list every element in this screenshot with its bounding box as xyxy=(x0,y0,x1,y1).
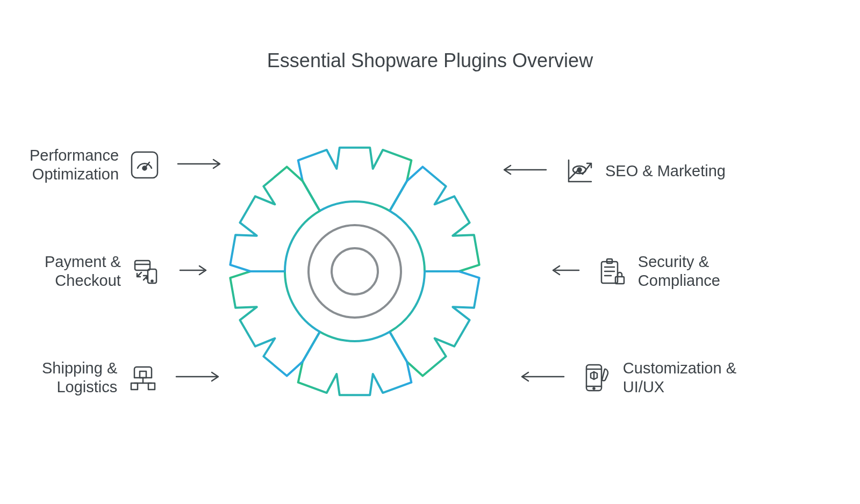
svg-rect-9 xyxy=(140,371,146,378)
item-seo-label: SEO & Marketing xyxy=(605,162,726,181)
arrow-left-icon xyxy=(500,163,548,178)
payment-icon xyxy=(131,255,163,287)
svg-rect-12 xyxy=(131,383,138,390)
svg-rect-0 xyxy=(132,152,157,178)
item-seo-marketing: SEO & Marketing xyxy=(468,155,726,187)
arrow-left-icon xyxy=(550,264,581,279)
seo-icon xyxy=(563,155,596,187)
item-shipping-logistics: Shipping & Logistics xyxy=(42,359,262,397)
item-customization-uiux: Customization & UI/UX xyxy=(468,359,736,397)
compliance-icon xyxy=(596,255,628,287)
gauge-icon xyxy=(128,149,161,181)
item-performance-optimization: Performance Optimization xyxy=(30,146,250,184)
arrow-right-icon xyxy=(174,370,223,385)
arrow-left-icon xyxy=(518,370,566,385)
item-performance-label: Performance Optimization xyxy=(30,146,119,184)
svg-point-18 xyxy=(577,168,581,172)
item-shipping-label: Shipping & Logistics xyxy=(42,359,117,397)
svg-rect-4 xyxy=(135,261,150,270)
item-payment-checkout: Payment & Checkout xyxy=(45,253,235,290)
arrow-right-icon xyxy=(176,157,224,172)
item-customize-label: Customization & UI/UX xyxy=(623,359,736,397)
svg-point-7 xyxy=(151,280,153,282)
item-payment-label: Payment & Checkout xyxy=(45,253,121,290)
svg-point-30 xyxy=(593,387,594,389)
customize-icon xyxy=(581,362,613,394)
item-security-label: Security & Compliance xyxy=(638,253,720,290)
page-title: Essential Shopware Plugins Overview xyxy=(0,49,860,72)
svg-rect-13 xyxy=(148,383,155,390)
gear-inner-circle xyxy=(331,247,379,296)
arrow-right-icon xyxy=(178,264,209,279)
item-security-compliance: Security & Compliance xyxy=(494,253,720,290)
warehouse-icon xyxy=(127,362,159,394)
